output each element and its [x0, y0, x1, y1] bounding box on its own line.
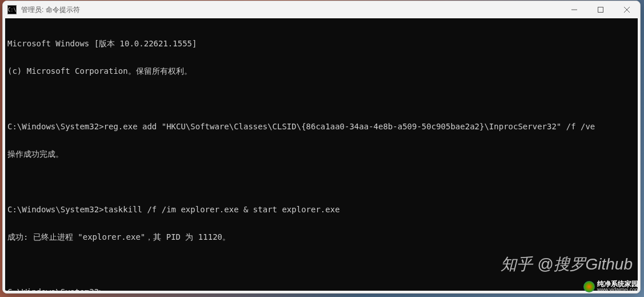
maximize-icon — [598, 7, 603, 13]
terminal-output[interactable]: Microsoft Windows [版本 10.0.22621.1555] (… — [3, 18, 640, 293]
close-button[interactable] — [614, 1, 640, 18]
terminal-line: C:\Windows\System32>taskkill /f /im expl… — [7, 205, 635, 214]
maximize-button[interactable] — [587, 1, 614, 18]
terminal-blank — [7, 94, 635, 104]
minimize-button[interactable] — [561, 1, 587, 18]
minimize-icon — [571, 7, 577, 13]
command-prompt-window: C:\ 管理员: 命令提示符 Microsoft Windows [版本 10.… — [2, 1, 641, 294]
svg-rect-1 — [598, 7, 603, 13]
terminal-blank — [7, 177, 635, 187]
terminal-prompt: C:\Windows\System32> — [7, 287, 635, 293]
terminal-line: (c) Microsoft Corporation。保留所有权利。 — [7, 66, 635, 76]
window-title: 管理员: 命令提示符 — [21, 5, 561, 15]
terminal-line: Microsoft Windows [版本 10.0.22621.1555] — [7, 39, 635, 48]
terminal-line: C:\Windows\System32>reg.exe add "HKCU\So… — [7, 122, 635, 131]
terminal-line: 操作成功完成。 — [7, 149, 635, 159]
close-icon — [624, 7, 630, 13]
terminal-blank — [7, 260, 635, 269]
cmd-icon: C:\ — [7, 5, 17, 14]
titlebar[interactable]: C:\ 管理员: 命令提示符 — [3, 1, 640, 18]
window-controls — [561, 1, 640, 18]
terminal-line: 成功: 已终止进程 "explorer.exe"，其 PID 为 11120。 — [7, 232, 635, 241]
